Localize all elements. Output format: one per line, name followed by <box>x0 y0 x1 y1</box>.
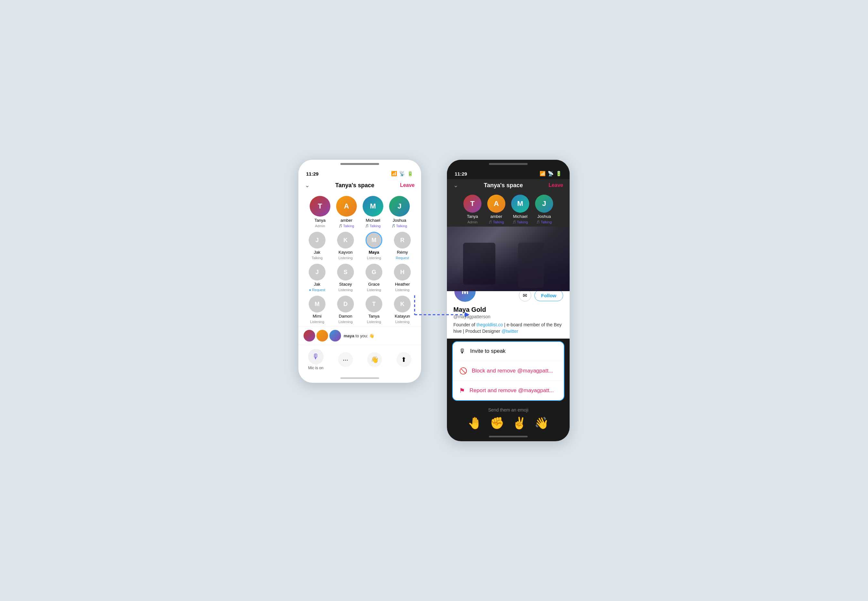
status-icons-left: 📶 📡 🔋 <box>391 171 413 177</box>
speaker-name-tanya-left: Tanya <box>315 218 326 223</box>
listener-name-maya: Maya <box>369 250 379 255</box>
emoji-raised-hand[interactable]: 🤚 <box>468 416 482 430</box>
listener-name-damon: Damon <box>339 314 352 319</box>
action-menu-right: 🎙 Invite to speak 🚫 Block and remove @ma… <box>452 341 564 401</box>
listener-remy[interactable]: R Rémy Request <box>389 232 416 260</box>
avatar-stacey-left: S <box>337 264 354 281</box>
profile-actions: ✉ Follow <box>519 289 564 303</box>
listener-name-katayun: Katayun <box>394 314 410 319</box>
listener-status-grace: Listening <box>367 288 381 292</box>
avatar-joshua-left: J <box>389 196 410 217</box>
speaker-name-michael-right: Michael <box>513 214 528 219</box>
block-remove-item[interactable]: 🚫 Block and remove @mayagpatt... <box>453 361 564 381</box>
speaker-status-amber-right: Talking <box>489 220 504 224</box>
avatar-tanya-left: T <box>310 196 330 217</box>
listener-name-tanya2: Tanya <box>368 314 380 319</box>
hero-image-right <box>447 227 570 291</box>
speaker-name-joshua-right: Joshua <box>537 214 551 219</box>
emoji-peace[interactable]: ✌️ <box>512 416 527 430</box>
bottom-bar-left: 🎙 Mic is on ··· 👋 ⬆ <box>298 345 421 375</box>
invite-to-speak-item[interactable]: 🎙 Invite to speak <box>453 342 564 361</box>
mic-label-left: Mic is on <box>308 366 323 370</box>
avatar-heather-left: H <box>394 264 411 281</box>
speakers-row-right: T Tanya Admin A amber Talking M Michael … <box>452 195 564 224</box>
follow-button[interactable]: Follow <box>535 290 564 301</box>
chevron-down-left[interactable]: ⌄ <box>305 182 310 189</box>
speaker-tanya-right[interactable]: T Tanya Admin <box>463 195 481 224</box>
header-right: ⌄ Tanya's space Leave <box>447 179 570 191</box>
avatar-michael-right: M <box>511 195 529 213</box>
profile-handle: @mayagpatterson <box>453 314 563 319</box>
bio-link-goldlist[interactable]: thegoldlist.co <box>477 322 503 327</box>
speaker-name-tanya-right: Tanya <box>467 214 478 219</box>
listener-damon[interactable]: D Damon Listening <box>332 296 359 324</box>
speaker-status-michael-right: Talking <box>512 220 528 224</box>
space-title-left: Tanya's space <box>335 182 374 189</box>
report-remove-label: Report and remove @mayagpatt... <box>469 387 554 394</box>
wave-button-left[interactable]: 👋 <box>367 352 382 367</box>
listener-heather[interactable]: H Heather Listening <box>389 264 416 292</box>
avatar-grace-left: G <box>365 264 382 281</box>
listener-kayvon[interactable]: K Kayvon Listening <box>332 232 359 260</box>
speaker-michael[interactable]: M Michael Talking <box>363 196 383 228</box>
battery-icon-right: 🔋 <box>556 171 562 177</box>
listener-katayun[interactable]: K Katayun Listening <box>389 296 416 324</box>
leave-button-left[interactable]: Leave <box>400 182 415 188</box>
home-indicator-right <box>489 436 528 437</box>
report-icon: ⚑ <box>459 387 465 394</box>
profile-bio: Founder of thegoldlist.co | e-board memb… <box>453 322 563 334</box>
listeners-section-left: J Jak Talking K Kayvon Listening M Maya … <box>298 229 421 326</box>
msg-avatar-2 <box>316 330 328 342</box>
listener-status-maya: Listening <box>367 256 381 260</box>
chevron-down-right[interactable]: ⌄ <box>453 182 458 189</box>
speaker-joshua-right[interactable]: J Joshua Talking <box>535 195 553 224</box>
listener-status-jak: Talking <box>312 256 322 260</box>
listener-jak[interactable]: J Jak Talking <box>304 232 331 260</box>
listener-name-stacey: Stacey <box>339 282 352 287</box>
speaker-amber-right[interactable]: A amber Talking <box>487 195 505 224</box>
time-left: 11:29 <box>306 171 318 177</box>
listener-maya[interactable]: M Maya Listening <box>361 232 388 260</box>
speaker-name-amber-right: amber <box>491 214 503 219</box>
emoji-fist[interactable]: ✊ <box>490 416 504 430</box>
bio-link-twitter[interactable]: @twitter <box>501 329 518 334</box>
message-text-left: maya to you: 👋 <box>344 333 374 338</box>
notch-right <box>489 163 528 165</box>
leave-button-right[interactable]: Leave <box>549 182 563 188</box>
listeners-row2-left: J Jak ● Request S Stacey Listening G Gra… <box>304 264 416 292</box>
speaker-status-joshua-right: Talking <box>536 220 552 224</box>
mic-icon-left: 🎙 <box>308 349 324 365</box>
share-button-left[interactable]: ⬆ <box>397 352 411 367</box>
avatar-joshua-right: J <box>535 195 553 213</box>
wifi-icon-right: 📡 <box>548 171 554 177</box>
speaker-status-joshua-left: Talking <box>392 224 407 228</box>
listener-stacey[interactable]: S Stacey Listening <box>332 264 359 292</box>
speaker-status-tanya-left: Admin <box>315 224 325 228</box>
dots-button-left[interactable]: ··· <box>338 352 353 367</box>
speaker-status-tanya-right: Admin <box>467 220 477 224</box>
listener-name-remy: Rémy <box>397 250 408 255</box>
listener-tanya2[interactable]: T Tanya Listening <box>361 296 388 324</box>
listener-mimi[interactable]: M Mimi Listening <box>304 296 331 324</box>
listener-status-mimi: Listening <box>310 320 324 324</box>
listener-name-mimi: Mimi <box>313 314 321 319</box>
listener-name-jak: Jak <box>314 250 320 255</box>
speaker-michael-right[interactable]: M Michael Talking <box>511 195 529 224</box>
speaker-joshua[interactable]: J Joshua Talking <box>389 196 410 228</box>
speaker-tanya[interactable]: T Tanya Admin <box>310 196 330 228</box>
signal-icon-left: 📶 <box>391 171 397 177</box>
listener-status-stacey: Listening <box>338 288 353 292</box>
listeners-row1-left: J Jak Talking K Kayvon Listening M Maya … <box>304 232 416 260</box>
speaker-amber[interactable]: A amber Talking <box>336 196 357 228</box>
emoji-wave[interactable]: 👋 <box>535 416 549 430</box>
status-icons-right: 📶 📡 🔋 <box>539 171 562 177</box>
mic-button-left[interactable]: 🎙 Mic is on <box>308 349 324 370</box>
avatar-amber-left: A <box>336 196 357 217</box>
mic-action-icon: 🎙 <box>459 348 466 355</box>
listener-jak2[interactable]: J Jak ● Request <box>304 264 331 292</box>
listener-grace[interactable]: G Grace Listening <box>361 264 388 292</box>
report-remove-item[interactable]: ⚑ Report and remove @mayagpatt... <box>453 381 564 400</box>
msg-avatar-3 <box>329 330 341 342</box>
block-icon: 🚫 <box>459 367 467 375</box>
listener-name-jak2: Jak <box>314 282 320 287</box>
